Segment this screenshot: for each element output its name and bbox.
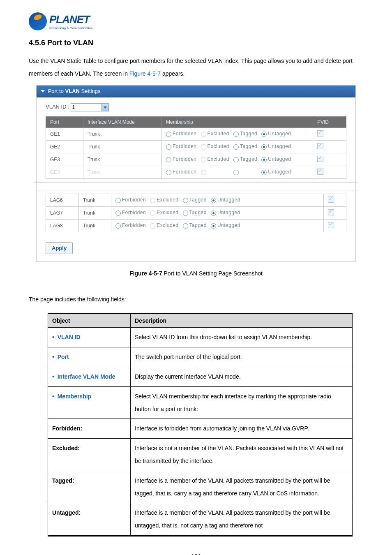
membership-term: Excluded: [48, 439, 131, 471]
radio-label-untagged: Untagged [268, 131, 291, 136]
pvid-checkbox[interactable] [328, 209, 334, 215]
radio-label-excluded: Excluded [157, 222, 178, 228]
radio-tagged[interactable] [233, 132, 239, 137]
vlan-id-label: VLAN ID : [46, 104, 69, 110]
radio-forbidden[interactable] [166, 157, 171, 162]
membership-row: Forbidden:Interface is forbidden from au… [48, 419, 353, 439]
radio-excluded[interactable] [150, 210, 155, 216]
figure-caption-rest: Port to VLAN Setting Page Screenshot [162, 270, 262, 277]
membership-term: Tagged: [48, 471, 131, 503]
pvid-checkbox[interactable] [328, 222, 334, 228]
vlan-id-dropdown-button[interactable] [101, 103, 109, 111]
cell-membership: ForbiddenExcludedTaggedUntagged [162, 140, 313, 153]
radio-untagged[interactable] [211, 198, 216, 203]
cell-port: GE2 [46, 140, 83, 153]
vlan-id-row: VLAN ID : [46, 103, 346, 111]
radio-untagged[interactable] [211, 210, 216, 216]
intro-text-2: appears. [161, 70, 184, 77]
cell-membership: ForbiddenExcludedTaggedUntagged [162, 153, 313, 166]
figure-caption: Figure 4-5-7 Port to VLAN Setting Page S… [29, 270, 363, 277]
radio-untagged[interactable] [261, 132, 267, 137]
logo-text: PLANET [49, 13, 92, 26]
radio-tagged[interactable] [183, 223, 188, 229]
cell-membership: ForbiddenExcludedTaggedUntagged [111, 194, 323, 206]
figure-caption-bold: Figure 4-5-7 [129, 270, 162, 277]
radio-excluded[interactable] [201, 144, 206, 150]
radio-label-tagged: Tagged [189, 197, 207, 203]
vlan-id-input[interactable] [71, 103, 102, 111]
radio-excluded[interactable] [201, 132, 206, 137]
desc-row: • PortThe switch port number of the logi… [48, 347, 353, 367]
pvid-checkbox[interactable] [317, 143, 323, 149]
radio-excluded[interactable] [150, 198, 155, 203]
radio-label-excluded: Excluded [157, 197, 178, 203]
panel-title: Port to VLAN Settings [48, 88, 101, 94]
radio-tagged[interactable] [183, 198, 188, 203]
pvid-checkbox[interactable] [328, 197, 334, 203]
radio-label-excluded: Excluded [208, 131, 229, 136]
desc-object: • Port [48, 347, 131, 367]
cell-port: LAG6 [46, 194, 79, 206]
table-row: LAG7TrunkForbiddenExcludedTaggedUntagged [46, 206, 346, 219]
radio-label-untagged: Untagged [268, 156, 291, 162]
th-description: Description [131, 314, 353, 328]
membership-term: Forbidden: [48, 419, 131, 439]
radio-label-excluded: Excluded [157, 210, 178, 215]
cell-pvid [323, 206, 346, 219]
desc-row: • Interface VLAN ModeDisplay the current… [48, 367, 353, 386]
desc-description: Select VLAN ID from this drop-down list … [131, 328, 353, 347]
settings-screenshot: Port to VLAN Settings VLAN ID : Port Int… [36, 85, 356, 262]
figure-reference-link: Figure 4-5-7 [129, 70, 161, 77]
collapse-arrow-icon [41, 90, 45, 92]
radio-untagged[interactable] [261, 157, 267, 162]
radio-label-excluded: Excluded [208, 143, 229, 149]
obj-membership: • Membership [48, 386, 131, 419]
cell-mode: Trunk [83, 127, 162, 140]
radio-forbidden[interactable] [166, 132, 171, 137]
radio-label-forbidden: Forbidden [173, 169, 197, 175]
desc-row: • VLAN IDSelect VLAN ID from this drop-d… [48, 328, 353, 347]
pvid-checkbox[interactable] [317, 130, 323, 136]
membership-intro: Select VLAN membership for each interfac… [131, 386, 353, 419]
radio-untagged[interactable] [211, 223, 216, 229]
radio-tagged[interactable] [183, 210, 188, 216]
pvid-checkbox[interactable] [317, 156, 323, 162]
desc-description: The switch port number of the logical po… [131, 347, 353, 367]
radio-forbidden[interactable] [166, 144, 171, 150]
radio-forbidden[interactable] [166, 170, 171, 175]
membership-row: Excluded:Interface is not a member of th… [48, 439, 353, 471]
radio-excluded[interactable] [201, 157, 206, 162]
radio-tagged[interactable] [233, 157, 239, 162]
radio-label-untagged: Untagged [217, 210, 240, 215]
membership-term: Untagged: [48, 503, 131, 536]
radio-untagged[interactable] [261, 170, 267, 175]
cell-port: GE4 [46, 166, 83, 178]
radio-forbidden[interactable] [115, 198, 121, 203]
table-row: GE4TrunkForbiddenExcludedTaggedUntagged [46, 166, 346, 178]
radio-label-forbidden: Forbidden [122, 210, 146, 215]
cell-mode: Trunk [78, 206, 111, 219]
radio-forbidden[interactable] [115, 223, 121, 229]
radio-tagged[interactable] [233, 144, 239, 150]
pvid-checkbox[interactable] [317, 169, 323, 175]
radio-excluded[interactable] [150, 223, 155, 229]
membership-row: Tagged:Interface is a member of the VLAN… [48, 471, 353, 503]
radio-forbidden[interactable] [115, 210, 121, 216]
membership-row: Untagged:Interface is a member of the VL… [48, 503, 353, 536]
radio-untagged[interactable] [261, 144, 267, 150]
cell-membership: ForbiddenExcludedTaggedUntagged [111, 206, 323, 219]
port-table-bottom: LAG6TrunkForbiddenExcludedTaggedUntagged… [46, 194, 346, 232]
cell-port: LAG7 [46, 206, 79, 219]
radio-label-untagged: Untagged [217, 197, 240, 203]
radio-label-untagged: Untagged [268, 169, 291, 175]
intro-paragraph: Use the VLAN Static Table to configure p… [29, 55, 363, 80]
membership-desc: Interface is not a member of the VLAN. P… [131, 439, 353, 471]
cell-membership: ForbiddenExcludedTaggedUntagged [162, 127, 313, 140]
th-membership: Membership [162, 116, 313, 127]
port-table-top: Port Interface VLAN Mode Membership PVID… [46, 116, 346, 179]
radio-label-forbidden: Forbidden [122, 222, 146, 228]
apply-button[interactable]: Apply [46, 242, 73, 254]
radio-label-forbidden: Forbidden [122, 197, 146, 203]
cell-pvid [323, 219, 346, 232]
th-port: Port [46, 116, 83, 127]
